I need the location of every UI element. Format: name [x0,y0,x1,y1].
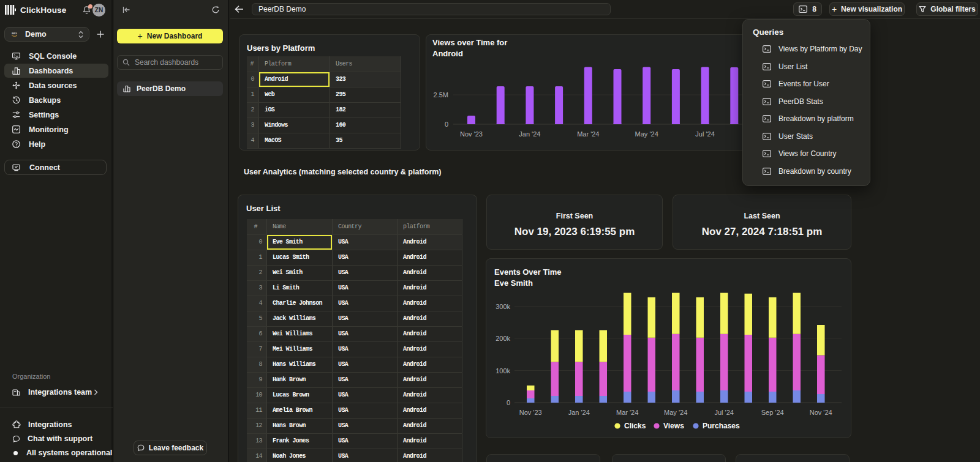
svg-text:Mar '24: Mar '24 [577,130,599,138]
svg-text:Jan '24: Jan '24 [519,130,540,138]
svg-text:Clicks: Clicks [624,422,646,430]
svg-text:Jan '24: Jan '24 [568,409,590,416]
svg-text:Sep '24: Sep '24 [761,409,784,416]
svg-text:Eve Smith: Eve Smith [494,278,533,288]
svg-text:Android: Android [432,49,463,58]
svg-text:Nov '23: Nov '23 [460,130,483,138]
svg-text:May '24: May '24 [635,130,658,138]
svg-text:Nov '23: Nov '23 [519,409,542,416]
svg-text:aws: aws [12,32,17,35]
svg-text:Purchases: Purchases [703,422,740,430]
svg-text:Views: Views [663,422,684,430]
svg-text:0: 0 [445,121,448,128]
svg-text:0: 0 [507,399,510,406]
svg-text:Mar '24: Mar '24 [616,409,638,416]
svg-text:Jul '24: Jul '24 [695,130,714,138]
svg-text:May '24: May '24 [664,409,687,416]
svg-text:300k: 300k [496,303,510,310]
svg-text:Views over Time for: Views over Time for [432,38,507,47]
svg-text:100k: 100k [496,367,510,374]
svg-text:Jul '24: Jul '24 [714,409,733,416]
svg-text:200k: 200k [496,335,510,342]
svg-text:2.5M: 2.5M [434,91,448,99]
svg-text:Events Over Time: Events Over Time [494,267,562,277]
svg-text:Nov '24: Nov '24 [810,409,832,416]
